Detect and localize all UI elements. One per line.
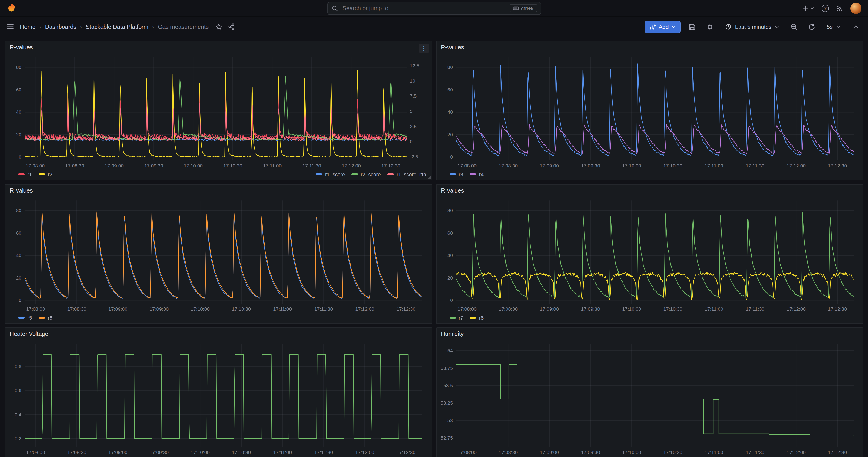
svg-text:17:11:00: 17:11:00 <box>263 163 281 169</box>
legend-item-r2_score[interactable]: r2_score <box>351 172 381 177</box>
panel-4-r-values: R-values17:08:0017:08:3017:09:0017:09:30… <box>436 184 863 324</box>
refresh-button[interactable] <box>806 21 818 33</box>
panel-title[interactable]: R-values <box>10 44 33 51</box>
add-panel-button[interactable]: Add <box>645 21 681 33</box>
search-input[interactable] <box>341 4 506 12</box>
help-button[interactable]: ? <box>822 4 829 12</box>
favorite-star-button[interactable] <box>215 23 222 30</box>
legend-item-r2[interactable]: r2 <box>39 172 53 177</box>
legend-item-r7[interactable]: r7 <box>450 315 463 321</box>
legend-item-r8[interactable]: r8 <box>470 315 484 321</box>
svg-text:40: 40 <box>447 109 453 115</box>
panel-title[interactable]: R-values <box>441 44 464 51</box>
panel-title[interactable]: Heater Voltage <box>10 331 48 337</box>
svg-text:80: 80 <box>16 208 21 213</box>
legend-item-r5[interactable]: r5 <box>18 315 32 321</box>
chevron-down-icon <box>672 24 676 29</box>
refresh-interval-picker[interactable]: 5s <box>824 21 844 33</box>
legend-item-r4[interactable]: r4 <box>470 172 484 177</box>
svg-text:40: 40 <box>447 252 453 258</box>
time-range-picker[interactable]: Last 5 minutes <box>722 21 783 33</box>
hotkey-hint: ctrl+k <box>509 4 537 12</box>
svg-text:17:08:00: 17:08:00 <box>26 450 45 455</box>
chart-plot-area[interactable]: 17:08:0017:08:3017:09:0017:09:3017:10:00… <box>9 340 428 456</box>
svg-text:7.5: 7.5 <box>410 93 416 99</box>
svg-text:17:10:00: 17:10:00 <box>184 163 203 169</box>
svg-text:40: 40 <box>16 109 21 115</box>
chevron-down-icon <box>836 24 841 29</box>
panel-title[interactable]: R-values <box>441 187 464 194</box>
breadcrumb-dashboards[interactable]: Dashboards <box>45 24 76 30</box>
rss-icon <box>836 4 843 12</box>
svg-text:17:10:00: 17:10:00 <box>191 306 210 312</box>
panel-header: R-values <box>5 41 432 54</box>
svg-text:0: 0 <box>450 298 453 303</box>
chart-plot-area[interactable]: 17:08:0017:08:3017:09:0017:09:3017:10:00… <box>440 197 859 313</box>
svg-text:17:10:30: 17:10:30 <box>232 450 251 455</box>
chart-legend: r1r2r1_scorer2_scorer1_score_lttb <box>5 170 432 180</box>
chart-plot-area[interactable]: 17:08:0017:08:3017:09:0017:09:3017:10:00… <box>9 54 428 170</box>
panel-title[interactable]: R-values <box>10 187 33 194</box>
legend-item-r1_score[interactable]: r1_score <box>316 172 345 177</box>
svg-text:17:11:00: 17:11:00 <box>273 450 292 455</box>
svg-text:0: 0 <box>410 139 413 144</box>
svg-text:17:09:30: 17:09:30 <box>150 306 168 312</box>
svg-text:17:08:00: 17:08:00 <box>457 450 476 455</box>
chart-plot-area[interactable]: 17:08:0017:08:3017:09:0017:09:3017:10:00… <box>9 197 428 313</box>
legend-item-r6[interactable]: r6 <box>39 315 53 321</box>
panel-menu-button[interactable]: ⋮ <box>418 44 429 53</box>
svg-text:17:12:00: 17:12:00 <box>355 450 374 455</box>
mega-menu-button[interactable] <box>6 23 14 31</box>
user-profile-button[interactable] <box>850 3 862 14</box>
panel-5-heater-voltage: Heater Voltage17:08:0017:08:3017:09:0017… <box>5 328 432 457</box>
hotkey-text: ctrl+k <box>521 5 533 11</box>
chart-plot-area[interactable]: 17:08:0017:08:3017:09:0017:09:3017:10:00… <box>440 54 859 170</box>
new-menu-button[interactable] <box>802 5 814 12</box>
zoom-out-button[interactable] <box>788 21 800 33</box>
breadcrumb-folder[interactable]: Stackable Data Platform <box>86 24 149 30</box>
svg-text:17:08:30: 17:08:30 <box>65 163 84 169</box>
legend-group: r5r6 <box>18 315 52 321</box>
refresh-interval-label: 5s <box>827 24 833 30</box>
legend-item-r3[interactable]: r3 <box>450 172 463 177</box>
svg-text:17:12:30: 17:12:30 <box>828 306 847 312</box>
legend-label: r1_score_lttb <box>397 172 426 177</box>
breadcrumb-separator: › <box>152 23 154 30</box>
panel-title[interactable]: Humidity <box>441 331 464 337</box>
grafana-logo-icon[interactable] <box>6 3 18 14</box>
panel-6-humidity: Humidity17:08:0017:08:3017:09:0017:09:30… <box>436 328 863 457</box>
news-feed-button[interactable] <box>836 4 843 12</box>
dashboard-quick-actions <box>215 23 235 30</box>
legend-label: r2_score <box>361 172 381 177</box>
legend-swatch <box>450 317 456 318</box>
panel-resize-handle[interactable] <box>427 175 431 179</box>
legend-swatch <box>470 317 476 318</box>
save-dashboard-button[interactable] <box>686 21 699 33</box>
legend-swatch <box>470 174 476 175</box>
svg-text:20: 20 <box>447 132 453 137</box>
svg-text:60: 60 <box>447 87 453 92</box>
dashboard-settings-button[interactable] <box>704 21 716 33</box>
legend-item-r1_score_lttb[interactable]: r1_score_lttb <box>387 172 426 177</box>
panel-header: R-values <box>436 41 863 54</box>
svg-text:0: 0 <box>19 154 21 159</box>
chevron-down-icon <box>775 24 779 29</box>
chevron-down-icon <box>810 6 814 10</box>
chart-plot-area[interactable]: 17:08:0017:08:3017:09:0017:09:3017:10:00… <box>440 340 859 456</box>
svg-text:60: 60 <box>16 230 21 236</box>
legend-swatch <box>387 174 394 175</box>
svg-text:17:12:30: 17:12:30 <box>828 163 847 169</box>
collapse-toolbar-button[interactable] <box>849 21 862 33</box>
svg-text:53: 53 <box>447 418 453 423</box>
add-label: Add <box>659 24 669 30</box>
legend-label: r7 <box>459 315 463 321</box>
question-icon: ? <box>822 4 829 12</box>
legend-item-r1[interactable]: r1 <box>18 172 32 177</box>
svg-text:20: 20 <box>16 132 21 137</box>
search-bar[interactable]: ctrl+k <box>327 2 541 14</box>
svg-text:17:11:30: 17:11:30 <box>745 306 764 312</box>
share-button[interactable] <box>227 23 235 30</box>
breadcrumb-home[interactable]: Home <box>20 24 36 30</box>
svg-text:17:12:30: 17:12:30 <box>396 306 415 312</box>
svg-text:17:12:00: 17:12:00 <box>342 163 361 169</box>
